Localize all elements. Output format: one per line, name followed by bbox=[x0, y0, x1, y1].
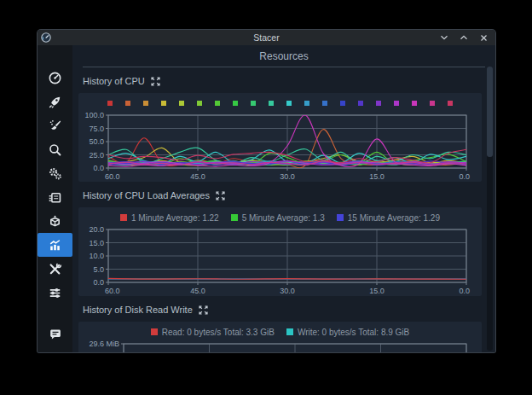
sliders-icon bbox=[48, 286, 62, 300]
sidebar-item-uninstaller[interactable] bbox=[38, 209, 72, 233]
legend-swatch bbox=[412, 101, 417, 106]
svg-text:0.0: 0.0 bbox=[93, 278, 104, 287]
svg-text:5.0: 5.0 bbox=[93, 265, 104, 274]
disk-history-chart: 29.6 MiB22.2 MiB bbox=[83, 339, 478, 352]
sidebar-item-search[interactable] bbox=[38, 137, 72, 161]
search-icon bbox=[48, 142, 62, 157]
vertical-scrollbar[interactable] bbox=[487, 67, 493, 351]
sidebar-item-startup-apps[interactable] bbox=[38, 90, 72, 113]
legend-swatch bbox=[322, 101, 327, 106]
legend-entry bbox=[394, 101, 399, 106]
legend-entry bbox=[340, 101, 345, 106]
legend-entry bbox=[412, 101, 417, 106]
legend-entry bbox=[125, 101, 130, 106]
expand-icon bbox=[151, 77, 160, 86]
tools-icon bbox=[48, 262, 62, 276]
sidebar-item-services[interactable] bbox=[38, 161, 72, 185]
legend-entry bbox=[179, 101, 184, 106]
legend-swatch bbox=[251, 101, 256, 106]
bar-chart-icon bbox=[48, 238, 62, 253]
svg-text:25.0: 25.0 bbox=[89, 151, 104, 160]
legend-entry: 5 Minute Average: 1.3 bbox=[231, 213, 325, 223]
process-window-icon bbox=[48, 190, 62, 205]
legend-swatch bbox=[143, 101, 148, 106]
svg-text:45.0: 45.0 bbox=[190, 287, 205, 295]
load-average-legend: 1 Minute Average: 1.225 Minute Average: … bbox=[82, 212, 478, 224]
legend-swatch bbox=[161, 101, 166, 106]
gears-icon bbox=[48, 166, 62, 181]
legend-swatch bbox=[394, 101, 399, 106]
legend-swatch bbox=[358, 101, 363, 106]
minimize-button[interactable] bbox=[439, 32, 449, 43]
legend-entry bbox=[107, 101, 113, 106]
svg-text:30.0: 30.0 bbox=[280, 287, 295, 295]
legend-entry bbox=[251, 101, 256, 106]
svg-text:15.0: 15.0 bbox=[369, 287, 385, 295]
disk-legend: Read: 0 bytes/s Total: 3.3 GiBWrite: 0 b… bbox=[82, 326, 478, 338]
resources-page: Resources History of CPU 60.045.030.015.… bbox=[72, 45, 495, 352]
cpu-history-expand-button[interactable] bbox=[151, 77, 160, 86]
sidebar-item-dashboard[interactable] bbox=[38, 66, 72, 90]
legend-entry bbox=[448, 101, 453, 106]
load-average-title: History of CPU Load Averages bbox=[83, 190, 210, 200]
legend-swatch bbox=[430, 101, 435, 106]
legend-entry bbox=[376, 101, 381, 106]
legend-label: Write: 0 bytes/s Total: 8.9 GiB bbox=[298, 328, 409, 337]
sidebar-item-settings[interactable] bbox=[38, 281, 72, 305]
rocket-icon bbox=[48, 95, 62, 109]
cpu-core-legend bbox=[82, 97, 478, 109]
expand-icon bbox=[216, 191, 225, 200]
window-controls bbox=[439, 32, 495, 43]
cpu-history-panel: 60.045.030.015.00.0100.075.050.025.00.0 bbox=[78, 93, 482, 182]
legend-swatch bbox=[286, 328, 293, 335]
load-average-panel: 1 Minute Average: 1.225 Minute Average: … bbox=[78, 207, 482, 296]
svg-text:10.0: 10.0 bbox=[89, 252, 104, 260]
sidebar-item-resources[interactable] bbox=[38, 233, 72, 257]
svg-text:100.0: 100.0 bbox=[84, 111, 104, 119]
legend-swatch bbox=[197, 101, 202, 106]
svg-text:0.0: 0.0 bbox=[459, 172, 470, 181]
sidebar-item-feedback[interactable] bbox=[38, 322, 72, 346]
brush-icon bbox=[48, 119, 62, 133]
sidebar-item-system-cleaner[interactable] bbox=[38, 113, 72, 137]
svg-text:15.0: 15.0 bbox=[369, 172, 385, 181]
legend-swatch bbox=[448, 101, 453, 106]
sidebar-item-processes[interactable] bbox=[38, 185, 72, 209]
cpu-history-title: History of CPU bbox=[83, 76, 145, 86]
sidebar-item-helpers[interactable] bbox=[38, 257, 72, 281]
window-title: Stacer bbox=[38, 32, 495, 43]
legend-swatch bbox=[340, 101, 345, 106]
disk-history-panel: Read: 0 bytes/s Total: 3.3 GiBWrite: 0 b… bbox=[78, 322, 482, 352]
titlebar: Stacer bbox=[38, 30, 495, 45]
maximize-button[interactable] bbox=[459, 32, 469, 43]
legend-entry bbox=[430, 101, 435, 106]
legend-swatch bbox=[107, 101, 113, 106]
svg-text:60.0: 60.0 bbox=[105, 172, 120, 181]
cpu-history-chart: 60.045.030.015.00.0100.075.050.025.00.0 bbox=[83, 110, 478, 182]
legend-entry bbox=[269, 101, 274, 106]
legend-swatch bbox=[151, 328, 158, 335]
stacer-window: Stacer bbox=[38, 30, 495, 352]
legend-swatch bbox=[125, 101, 130, 106]
legend-entry bbox=[304, 101, 309, 106]
legend-label: Read: 0 bytes/s Total: 3.3 GiB bbox=[162, 328, 275, 337]
legend-swatch bbox=[120, 214, 127, 221]
legend-entry bbox=[322, 101, 327, 106]
legend-label: 15 Minute Average: 1.29 bbox=[348, 213, 440, 223]
sidebar bbox=[38, 45, 72, 352]
scrollbar-thumb[interactable] bbox=[487, 67, 493, 157]
legend-swatch bbox=[231, 214, 238, 221]
legend-entry bbox=[358, 101, 363, 106]
svg-text:45.0: 45.0 bbox=[190, 172, 205, 181]
header-separator bbox=[83, 67, 485, 67]
load-average-expand-button[interactable] bbox=[216, 191, 225, 200]
package-icon bbox=[48, 214, 62, 229]
disk-history-title: History of Disk Read Write bbox=[83, 305, 193, 315]
legend-label: 5 Minute Average: 1.3 bbox=[242, 213, 325, 223]
disk-history-expand-button[interactable] bbox=[199, 305, 208, 315]
legend-swatch bbox=[337, 214, 344, 221]
svg-text:29.6 MiB: 29.6 MiB bbox=[89, 340, 119, 348]
legend-entry bbox=[197, 101, 202, 106]
legend-entry bbox=[215, 101, 220, 106]
close-button[interactable] bbox=[478, 32, 489, 43]
